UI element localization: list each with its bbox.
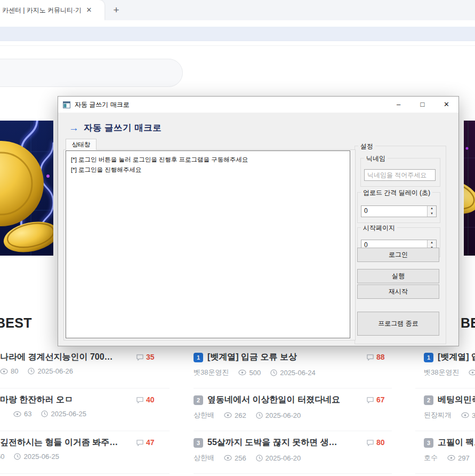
clock-icon xyxy=(256,412,263,419)
post-title: 옆동네에서 이상한일이 터졌다네요 xyxy=(207,394,340,406)
post-meta: 상한배 256 2025-06-20 xyxy=(194,453,301,463)
clock-icon xyxy=(14,453,21,460)
delay-value: 0 xyxy=(364,207,368,215)
status-log-textarea[interactable]: [*] 로그인 버튼을 눌러 로그인을 진행후 프로그램을 구동해주세요 [*]… xyxy=(66,150,350,338)
views-icon xyxy=(13,411,21,417)
new-tab-icon[interactable]: + xyxy=(109,3,124,18)
settings-group-label: 설정 xyxy=(358,142,375,151)
search-input[interactable] xyxy=(0,59,183,87)
nickname-label: 닉네임 xyxy=(364,154,388,163)
dialog-title: 자동 글쓰기 매크로 xyxy=(75,100,130,109)
post-title[interactable]: 깊전하시는 형들 이거좀 봐주… xyxy=(0,437,132,448)
divider xyxy=(0,388,170,388)
post-title-row[interactable]: 3 고필이 팩트 xyxy=(424,437,475,448)
minimize-icon[interactable]: – xyxy=(387,97,410,113)
comment-bubble-icon xyxy=(136,353,144,361)
rank-badge: 2 xyxy=(424,395,433,405)
tab-title: 카센터 | 카지노 커뮤니티·기프트 xyxy=(2,6,81,15)
tab-status[interactable]: 상태창 xyxy=(66,139,96,150)
restart-button[interactable]: 재시작 xyxy=(357,284,439,299)
macro-dialog-window: 자동 글쓰기 매크로 – □ ✕ → 자동 글쓰기 매크로 상태창 [*] 로그… xyxy=(58,96,459,346)
maximize-icon[interactable]: □ xyxy=(410,97,434,113)
post-meta: 63 2025-06-25 xyxy=(13,410,86,418)
rank-badge: 1 xyxy=(194,353,203,362)
screenshot-root: 카센터 | 카지노 커뮤니티·기프트 ✕ + xyxy=(0,0,475,476)
delay-group: 업로드 간격 딜레이 (초) 0 ▲ ▼ xyxy=(357,192,440,223)
spinner-up-icon[interactable]: ▲ xyxy=(428,240,436,245)
post-meta: 벳38운영진 xyxy=(424,368,475,377)
post-meta: 80 2025-06-26 xyxy=(0,367,73,375)
exit-program-button[interactable]: 프로그램 종료 xyxy=(357,312,439,336)
comment-bubble-icon xyxy=(366,396,374,404)
post-title[interactable]: 나라에 경계선지능인이 700… xyxy=(0,352,132,363)
app-window-icon xyxy=(63,101,70,108)
comment-count: 67 xyxy=(366,395,385,404)
best-heading-left: BEST xyxy=(0,315,32,331)
best-heading-right: BEST xyxy=(461,315,475,331)
delay-spinner[interactable]: 0 ▲ ▼ xyxy=(361,205,437,217)
comment-count: 80 xyxy=(366,438,385,447)
post-meta: 호수 297 xyxy=(424,453,470,463)
login-button[interactable]: 로그인 xyxy=(357,248,439,262)
clock-icon xyxy=(256,455,263,462)
views-icon xyxy=(447,455,455,461)
divider xyxy=(415,473,475,474)
close-icon[interactable]: ✕ xyxy=(434,97,458,113)
promo-banner-left[interactable] xyxy=(0,121,53,256)
log-line: [*] 로그인 버튼을 눌러 로그인을 진행후 프로그램을 구동해주세요 xyxy=(71,155,345,165)
post-meta: 된장찌개 37 xyxy=(424,410,475,420)
spinner-down-icon[interactable]: ▼ xyxy=(428,211,436,217)
views-icon xyxy=(224,412,232,418)
comment-count: 88 xyxy=(366,353,385,361)
post-title-row[interactable]: 2 옆동네에서 이상한일이 터졌다네요 xyxy=(194,394,353,406)
rank-badge: 2 xyxy=(194,395,203,405)
comment-bubble-icon xyxy=(136,439,144,447)
dialog-heading-text: 자동 글쓰기 매크로 xyxy=(84,122,162,134)
notification-bar xyxy=(0,27,475,41)
views-icon xyxy=(0,368,8,375)
divider xyxy=(194,388,392,388)
promo-banner-right[interactable] xyxy=(464,121,475,256)
views-icon xyxy=(238,369,246,376)
browser-tab-strip: 카센터 | 카지노 커뮤니티·기프트 ✕ + xyxy=(0,0,475,20)
post-title: [벳계열] 입금 오류 보상 xyxy=(207,352,297,363)
clock-icon xyxy=(41,410,48,417)
post-meta: 60 2025-06-25 xyxy=(0,453,59,461)
post-title-row[interactable]: 1 [벳계열] 입금 오류 보상 xyxy=(194,352,353,363)
post-title-row[interactable]: 1 [벳계열] 입금 xyxy=(424,352,475,363)
divider xyxy=(194,473,392,474)
nickname-input[interactable]: 닉네임을 적어주세요 xyxy=(364,169,436,181)
rank-badge: 3 xyxy=(194,438,203,448)
dialog-titlebar[interactable]: 자동 글쓰기 매크로 – □ ✕ xyxy=(58,97,458,113)
post-title: [벳계열] 입금 xyxy=(438,352,475,363)
post-title-row[interactable]: 2 베팅의민족 xyxy=(424,394,475,406)
post-title: 고필이 팩트 xyxy=(438,437,475,448)
views-icon xyxy=(469,369,475,376)
run-button[interactable]: 실행 xyxy=(357,269,439,283)
comment-bubble-icon xyxy=(136,396,144,404)
nickname-group: 닉네임 닉네임을 적어주세요 xyxy=(360,158,440,187)
log-line: [*] 로그인을 진행해주세요 xyxy=(71,165,345,175)
browser-toolbar-band xyxy=(0,20,475,27)
divider xyxy=(415,431,475,431)
post-meta: 상한배 262 2025-06-20 xyxy=(194,410,301,420)
spinner-up-icon[interactable]: ▲ xyxy=(428,206,436,211)
post-title: 베팅의민족 xyxy=(438,394,475,406)
comment-count: 35 xyxy=(136,353,155,361)
divider xyxy=(0,431,170,431)
views-icon xyxy=(224,455,232,461)
divider xyxy=(415,388,475,388)
tab-close-icon[interactable]: ✕ xyxy=(84,5,94,15)
rank-badge: 1 xyxy=(424,353,433,362)
post-title[interactable]: 마랑 한잔하러 오ㅁ xyxy=(0,394,132,406)
post-meta: 벳38운영진 500 2025-06-24 xyxy=(194,368,316,377)
post-title-row[interactable]: 3 55살까지 도박을 끊지 못하면 생… xyxy=(194,437,353,448)
dialog-heading: → 자동 글쓰기 매크로 xyxy=(69,122,162,134)
clock-icon xyxy=(28,368,35,375)
comment-count: 40 xyxy=(136,395,155,404)
views-icon xyxy=(461,412,469,418)
browser-tab[interactable]: 카센터 | 카지노 커뮤니티·기프트 ✕ xyxy=(0,0,104,20)
post-title: 55살까지 도박을 끊지 못하면 생… xyxy=(207,437,337,448)
startpage-label: 시작페이지 xyxy=(361,224,397,233)
arrow-right-icon: → xyxy=(69,122,79,134)
